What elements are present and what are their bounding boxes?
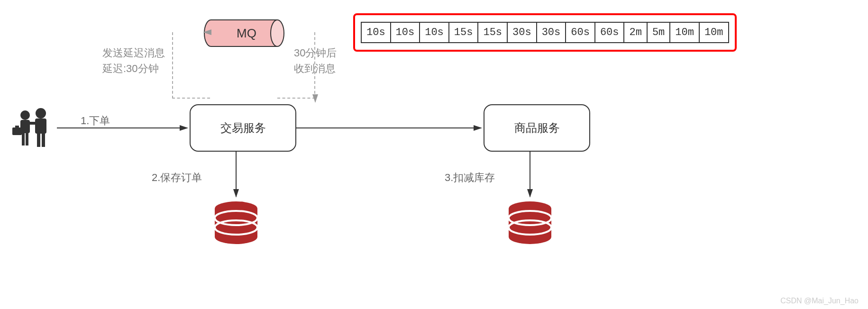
svg-rect-7 xyxy=(22,133,25,145)
svg-rect-10 xyxy=(35,118,46,134)
svg-rect-12 xyxy=(42,134,45,147)
send-line2: 延迟:30分钟 xyxy=(102,63,159,74)
svg-rect-15 xyxy=(28,122,37,125)
trade-db-icon xyxy=(212,199,260,246)
trade-service-node: 交易服务 xyxy=(190,104,296,152)
delay-table: 10s 10s 10s 15s 15s 30s 30s 60s 60s 2m 5… xyxy=(353,13,737,52)
watermark: CSDN @Mai_Jun_Hao xyxy=(780,297,859,305)
receive-line1: 30分钟后 xyxy=(294,47,337,59)
delay-cell: 60s xyxy=(565,22,595,43)
delay-cell: 10m xyxy=(699,22,729,43)
step3-label: 3.扣减库存 xyxy=(445,170,495,185)
svg-rect-11 xyxy=(37,134,40,147)
delay-cell: 2m xyxy=(623,22,647,43)
step1-label: 1.下单 xyxy=(81,113,110,128)
receive-line2: 收到消息 xyxy=(294,63,336,74)
trade-label: 交易服务 xyxy=(220,120,266,136)
step2-label: 2.保存订单 xyxy=(152,170,202,185)
delay-cell: 30s xyxy=(507,22,537,43)
delay-cell: 10s xyxy=(361,22,391,43)
delay-cell: 60s xyxy=(594,22,625,43)
delay-cell: 5m xyxy=(647,22,670,43)
svg-rect-8 xyxy=(26,133,28,145)
svg-point-9 xyxy=(36,108,46,118)
delay-cell: 10s xyxy=(419,22,449,43)
svg-point-5 xyxy=(20,110,30,120)
product-label: 商品服务 xyxy=(514,120,560,136)
delay-cell: 10m xyxy=(669,22,700,43)
send-label: 发送延迟消息 延迟:30分钟 xyxy=(102,45,165,76)
mq-node: MQ xyxy=(204,19,284,47)
delay-cell: 15s xyxy=(477,22,508,43)
svg-rect-14 xyxy=(15,126,19,128)
receive-label: 30分钟后 收到消息 xyxy=(294,45,337,76)
mq-label: MQ xyxy=(204,19,284,47)
product-db-icon xyxy=(506,199,554,246)
product-service-node: 商品服务 xyxy=(484,104,590,152)
svg-rect-13 xyxy=(12,127,22,135)
delay-cell: 10s xyxy=(390,22,420,43)
users-icon xyxy=(9,107,56,156)
send-line1: 发送延迟消息 xyxy=(102,47,165,59)
delay-cell: 15s xyxy=(448,22,479,43)
delay-cell: 30s xyxy=(536,22,566,43)
